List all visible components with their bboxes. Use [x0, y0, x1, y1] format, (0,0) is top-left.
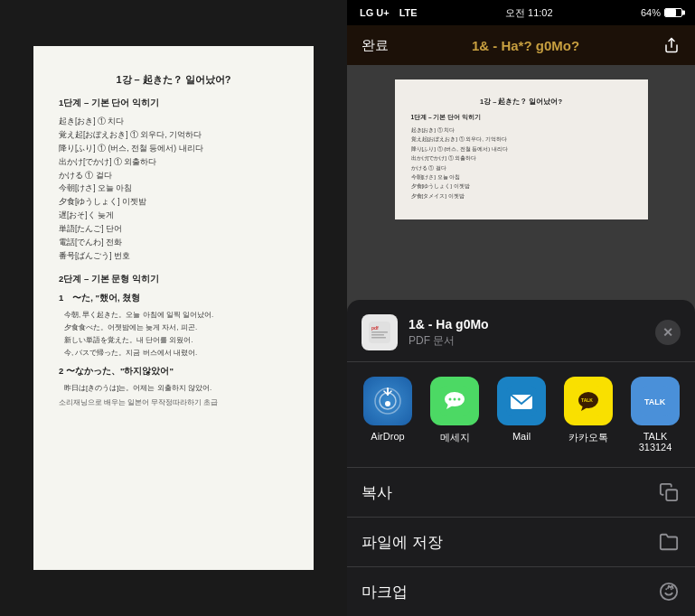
svg-point-17	[458, 398, 461, 401]
mail-label: Mail	[512, 431, 531, 442]
share-button[interactable]	[662, 36, 681, 54]
preview-line: 覚え起[おぼえおき] ① 외우다, 기억하다	[411, 135, 632, 143]
vocab-line: 遅[おそ]く 늦게	[59, 210, 288, 221]
paper-title: 1강 – 起きた？ 일어났어?	[59, 73, 288, 87]
preview-line: 今朝[けさ] 오늘 아침	[411, 173, 632, 181]
grammar-example: 新しい単語を覚えた。내 단어를 외웠어.	[59, 335, 288, 346]
app-item-kakao[interactable]: TALK 카카오톡	[559, 377, 618, 453]
preview-line: 夕食[ゆうしょく] 이젯밤	[411, 182, 632, 190]
svg-point-16	[454, 398, 456, 401]
airdrop-icon	[363, 377, 412, 425]
vocab-line: 電話[でんわ] 전화	[59, 238, 288, 248]
vocab-line: 起き[おき] ① 치다	[59, 117, 288, 127]
svg-point-15	[449, 398, 452, 401]
airdrop-label: AirDrop	[371, 431, 404, 442]
vocab-line: 単語[たんご] 단어	[59, 224, 288, 235]
talk-label: TALK 313124	[625, 431, 685, 453]
right-panel: LG U+ LTE 오전 11:02 64% 완료 1& - Ha*? g0Mo…	[347, 0, 695, 616]
vocab-line: 降り[ふり] ① (버스, 전철 등에서) 내리다	[59, 144, 288, 154]
file-name: 1& - Ha g0Mo	[409, 317, 655, 331]
close-share-button[interactable]: ✕	[655, 320, 681, 345]
svg-text:TALK: TALK	[581, 397, 593, 403]
paper-document: 1강 – 起きた？ 일어났어? 1단계 – 기본 단어 익히기 起き[おき] ①…	[33, 46, 314, 570]
vocab-line: 覚え起[おぼえおき] ① 외우다, 기억하다	[59, 130, 288, 141]
action-markup[interactable]: 마크업	[347, 566, 695, 616]
battery-percent-label: 64%	[641, 7, 661, 18]
file-type: PDF 문서	[409, 333, 655, 349]
battery-area: 64%	[641, 7, 682, 18]
battery-icon	[664, 8, 682, 17]
vocab-line: 夕食[ゆうしょく] 이젯밤	[59, 197, 288, 208]
action-markup-label: 마크업	[362, 582, 408, 602]
nav-bar: 완료 1& - Ha*? g0Mo?	[347, 25, 695, 65]
grammar2-title: 2 〜なかった、"하지않았어"	[59, 366, 288, 378]
preview-line: 降り[ふり] ① (버스, 전철 등에서) 내리다	[411, 145, 632, 153]
app-item-mail[interactable]: Mail	[492, 377, 551, 453]
svg-text:TALK: TALK	[644, 397, 666, 406]
folder-icon	[657, 530, 681, 554]
preview-paper: 1강 – 起きた？ 일어났어? 1단계 – 기본 단어 익히기 起き[おき] ①…	[395, 79, 648, 219]
app-item-talk[interactable]: TALK TALK 313124	[625, 377, 685, 453]
left-panel: 1강 – 起きた？ 일어났어? 1단계 – 기본 단어 익히기 起き[おき] ①…	[0, 0, 347, 616]
vocab-line: 今朝[けさ] 오늘 아침	[59, 183, 288, 194]
paper-section1-title: 1단계 – 기본 단어 익히기	[59, 98, 288, 109]
messages-icon	[430, 377, 479, 425]
svg-rect-5	[371, 337, 386, 339]
paper-note: 소리재닝으로 배우는 일본어 무작정따라하기 초급	[59, 397, 288, 407]
messages-label: 메세지	[440, 431, 470, 444]
grammar-example: 夕食食べた。어젯밤에는 늦게 자서, 피곤.	[59, 322, 288, 333]
preview-line: 起き[おき] ① 치다	[411, 126, 632, 134]
svg-rect-4	[371, 334, 384, 336]
file-header: pdf 1& - Ha g0Mo PDF 문서 ✕	[347, 300, 695, 362]
preview-line: かける ① 걸다	[411, 164, 632, 172]
preview-line: 出かけ[でかけ] ① 외출하다	[411, 154, 632, 162]
apps-row: AirDrop 메세지	[347, 362, 695, 467]
kakao-label: 카카오톡	[568, 431, 608, 444]
app-item-airdrop[interactable]: AirDrop	[358, 377, 418, 453]
done-button[interactable]: 완료	[362, 37, 389, 54]
battery-fill	[665, 9, 676, 16]
markup-icon	[657, 580, 681, 603]
preview-title: 1강 – 起きた？ 일어났어?	[411, 98, 632, 107]
action-copy[interactable]: 복사	[347, 467, 695, 517]
copy-icon	[657, 481, 681, 504]
grammar-example: 今, バスで帰った。지금 버스에서 내렸어.	[59, 348, 288, 359]
action-copy-label: 복사	[362, 482, 392, 503]
action-save[interactable]: 파일에 저장	[347, 517, 695, 566]
nav-title: 1& - Ha*? g0Mo?	[472, 38, 579, 53]
svg-rect-3	[371, 331, 388, 333]
svg-point-8	[385, 401, 390, 406]
file-info: 1& - Ha g0Mo PDF 문서	[409, 317, 655, 349]
vocab-line: かける ① 걸다	[59, 171, 288, 182]
status-bar: LG U+ LTE 오전 11:02 64%	[347, 0, 695, 25]
time-label: 오전 11:02	[505, 6, 553, 20]
file-icon: pdf	[362, 314, 398, 350]
preview-line: 夕食[タメイス] 이젯밤	[411, 192, 632, 200]
paper-section2-title: 2단계 – 기본 문형 익히기	[59, 274, 288, 285]
kakao-icon: TALK	[564, 377, 613, 425]
action-save-label: 파일에 저장	[362, 532, 443, 553]
grammar-example: 昨日は[きのうは]는。어제는 외출하지 않았어.	[59, 383, 288, 394]
carrier-label: LG U+ LTE	[360, 6, 418, 20]
app-item-messages[interactable]: 메세지	[425, 377, 484, 453]
talk-icon: TALK	[631, 377, 680, 425]
mail-icon	[497, 377, 546, 425]
preview-section: 1단계 – 기본 단어 익히기	[411, 114, 632, 122]
grammar1-title: 1 〜た, "했어, 쳤형	[59, 293, 288, 304]
share-sheet: pdf 1& - Ha g0Mo PDF 문서 ✕	[347, 300, 695, 616]
vocab-line: 番号[ばんごう] 번호	[59, 251, 288, 262]
vocab-line: 出かけ[でかけ] ① 외출하다	[59, 157, 288, 168]
svg-text:pdf: pdf	[371, 325, 379, 331]
grammar-example: 今朝, 早く起きた。오늘 아침에 일찍 일어났어.	[59, 310, 288, 321]
svg-rect-26	[666, 490, 677, 500]
